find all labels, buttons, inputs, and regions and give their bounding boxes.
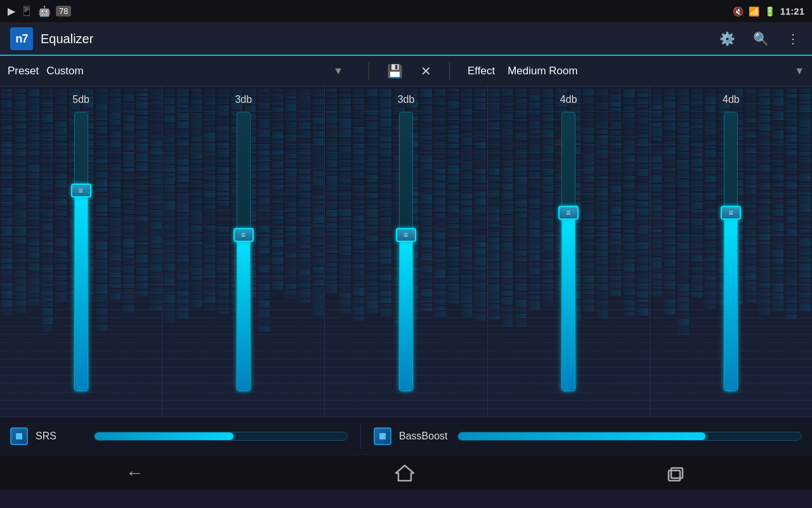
band-1-fill — [75, 190, 88, 391]
eq-band-4: 4db — [488, 86, 650, 417]
bassboost-toggle-indicator — [379, 433, 386, 439]
band-3-slider-container — [396, 112, 416, 409]
band-1-track[interactable] — [74, 112, 88, 391]
status-left: ▶ 📱 🤖 78 — [8, 5, 71, 17]
band-2-handle[interactable] — [233, 228, 254, 242]
band-3-fill — [400, 235, 412, 391]
srs-label: SRS — [36, 431, 86, 442]
mute-icon: 🔇 — [733, 6, 743, 17]
band-2-fill — [237, 235, 250, 391]
band-2-db-label: 3db — [235, 94, 252, 105]
band-4-db-label: 4db — [560, 94, 577, 105]
status-bar: ▶ 📱 🤖 78 🔇 📶 🔋 11:21 — [0, 0, 812, 23]
toolbar-title: Equalizer — [41, 32, 709, 46]
preset-label: Preset — [8, 65, 39, 77]
wifi-icon: 📶 — [749, 6, 759, 17]
effect-label: Effect — [468, 65, 495, 77]
eq-band-1: 5db — [0, 86, 162, 417]
battery-icon: 🔋 — [764, 6, 775, 17]
band-4-track[interactable] — [561, 112, 575, 391]
bassboost-slider-fill — [458, 432, 705, 440]
preset-divider — [369, 62, 369, 80]
svg-rect-1 — [671, 468, 683, 478]
eq-band-2: 3db — [162, 86, 324, 417]
effect-divider — [449, 62, 450, 80]
srs-toggle-indicator — [16, 433, 22, 439]
close-preset-button[interactable]: ✕ — [416, 61, 436, 81]
band-3-handle[interactable] — [396, 228, 416, 242]
srs-slider-fill — [95, 432, 233, 440]
overflow-menu-button[interactable]: ⋮ — [784, 29, 802, 49]
search-button[interactable]: 🔍 — [750, 29, 771, 49]
effect-dropdown-arrow[interactable]: ▼ — [794, 65, 804, 77]
nav-bar: ← — [0, 455, 812, 490]
band-2-track[interactable] — [237, 112, 251, 391]
band-3-track[interactable] — [399, 112, 413, 391]
clock: 11:21 — [780, 6, 804, 17]
band-1-handle[interactable] — [71, 184, 91, 197]
band-1-db-label: 5db — [72, 94, 89, 105]
effect-value[interactable]: Medium Room — [508, 65, 787, 77]
preset-dropdown-arrow[interactable]: ▼ — [333, 65, 343, 77]
effect-separator — [360, 424, 361, 449]
svg-marker-0 — [396, 465, 414, 481]
play-status-icon: ▶ — [8, 5, 15, 17]
recent-apps-button[interactable] — [651, 459, 702, 487]
band-4-handle[interactable] — [558, 206, 579, 220]
bassboost-label: BassBoost — [399, 431, 450, 442]
notification-badge: 78 — [56, 6, 71, 17]
srs-toggle[interactable] — [10, 427, 28, 445]
band-3-db-label: 3db — [398, 94, 415, 105]
bassboost-slider-track[interactable] — [457, 432, 802, 441]
srs-slider-track[interactable] — [94, 432, 348, 441]
bassboost-toggle[interactable] — [374, 427, 391, 445]
band-5-handle[interactable] — [721, 206, 741, 220]
eq-band-5: 4db — [650, 86, 812, 417]
android-status-icon: 🤖 — [38, 5, 51, 17]
status-right: 🔇 📶 🔋 11:21 — [733, 6, 804, 17]
home-button[interactable] — [379, 459, 430, 487]
band-5-fill — [724, 213, 737, 391]
equalizer-main: 5db 3db 3db 4db — [0, 86, 812, 417]
band-2-slider-container — [233, 112, 254, 409]
save-preset-button[interactable]: 💾 — [382, 61, 408, 81]
svg-rect-2 — [669, 471, 680, 481]
band-5-track[interactable] — [724, 112, 738, 391]
phone-status-icon: 📱 — [20, 5, 33, 17]
band-5-slider-container — [721, 112, 741, 409]
toolbar: n7 Equalizer ⚙️ 🔍 ⋮ — [0, 23, 812, 56]
bottom-controls: SRS BassBoost — [0, 417, 812, 455]
band-4-slider-container — [558, 112, 579, 409]
back-button[interactable]: ← — [110, 458, 159, 488]
settings-button[interactable]: ⚙️ — [717, 29, 738, 49]
preset-bar: Preset Custom ▼ 💾 ✕ Effect Medium Room ▼ — [0, 56, 812, 86]
band-4-fill — [562, 213, 575, 391]
app-logo: n7 — [10, 27, 33, 50]
band-5-db-label: 4db — [723, 94, 740, 105]
band-1-slider-container — [71, 112, 91, 409]
toolbar-actions: ⚙️ 🔍 ⋮ — [717, 29, 802, 49]
eq-band-3: 3db — [325, 86, 487, 417]
preset-value[interactable]: Custom — [46, 65, 325, 77]
